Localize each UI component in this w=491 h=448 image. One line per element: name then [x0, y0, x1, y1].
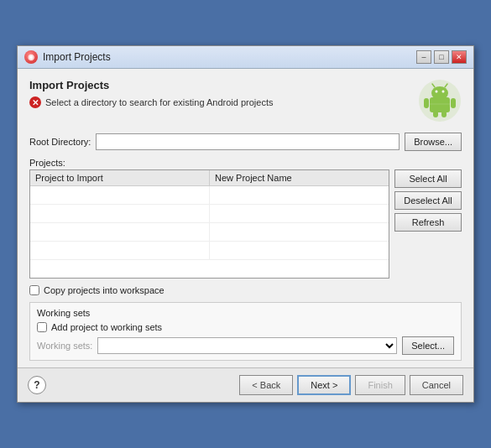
- add-to-working-sets-label: Add project to working sets: [51, 322, 162, 332]
- table-header: Project to Import New Project Name: [30, 170, 389, 186]
- col-project-import: Project to Import: [30, 170, 210, 185]
- svg-point-4: [442, 91, 445, 93]
- refresh-button[interactable]: Refresh: [394, 213, 462, 232]
- col-new-project-name: New Project Name: [210, 170, 389, 185]
- svg-rect-7: [424, 98, 429, 108]
- finish-button[interactable]: Finish: [355, 375, 405, 395]
- bottom-buttons: < Back Next > Finish Cancel: [239, 375, 463, 395]
- browse-button[interactable]: Browse...: [405, 133, 462, 151]
- error-row: ✕ Select a directory to search for exist…: [29, 96, 273, 108]
- maximize-button[interactable]: □: [434, 50, 449, 64]
- window-icon: ◉: [24, 50, 38, 64]
- close-button[interactable]: ✕: [452, 50, 467, 64]
- error-icon: ✕: [29, 96, 41, 108]
- table-row[interactable]: [30, 242, 389, 260]
- table-cell-import: [30, 242, 210, 259]
- root-directory-label: Root Directory:: [29, 137, 91, 147]
- root-directory-input[interactable]: [96, 133, 400, 150]
- working-sets-dropdown[interactable]: [97, 337, 397, 354]
- table-rows: [30, 186, 389, 270]
- dialog-header-left: Import Projects ✕ Select a directory to …: [29, 79, 273, 108]
- cancel-button[interactable]: Cancel: [410, 375, 463, 395]
- title-bar: ◉ Import Projects – □ ✕: [18, 46, 473, 69]
- working-sets-section: Working sets Add project to working sets…: [29, 302, 462, 361]
- working-sets-add-row: Add project to working sets: [37, 322, 454, 332]
- table-row[interactable]: [30, 186, 389, 205]
- working-sets-dropdown-row: Working sets: Select...: [37, 336, 454, 355]
- android-logo: [418, 79, 462, 122]
- working-sets-select-button[interactable]: Select...: [402, 336, 454, 355]
- projects-section: Projects: Project to Import New Project …: [29, 158, 462, 279]
- bottom-left: ?: [28, 376, 46, 394]
- table-cell-import: [30, 223, 210, 241]
- svg-point-3: [436, 91, 438, 93]
- error-message: Select a directory to search for existin…: [45, 97, 273, 107]
- deselect-all-button[interactable]: Deselect All: [394, 191, 462, 210]
- table-cell-name: [210, 242, 389, 259]
- bottom-bar: ? < Back Next > Finish Cancel: [18, 367, 473, 402]
- working-sets-field-label: Working sets:: [37, 341, 92, 351]
- svg-rect-9: [433, 111, 438, 117]
- table-cell-import: [30, 205, 210, 222]
- next-button[interactable]: Next >: [297, 375, 351, 395]
- add-to-working-sets-checkbox[interactable]: [37, 322, 47, 332]
- projects-table: Project to Import New Project Name: [29, 169, 389, 279]
- table-cell-name: [210, 223, 389, 241]
- table-cell-name: [210, 205, 389, 222]
- projects-label: Projects:: [29, 158, 462, 168]
- copy-checkbox-row: Copy projects into workspace: [29, 285, 462, 295]
- title-bar-left: ◉ Import Projects: [24, 50, 111, 64]
- back-button[interactable]: < Back: [239, 375, 293, 395]
- copy-projects-checkbox[interactable]: [29, 285, 39, 295]
- copy-projects-label: Copy projects into workspace: [44, 285, 165, 295]
- svg-point-2: [431, 86, 448, 100]
- import-projects-dialog: ◉ Import Projects – □ ✕ Import Projects …: [17, 45, 474, 403]
- root-directory-row: Root Directory: Browse...: [29, 133, 462, 151]
- window-title: Import Projects: [43, 51, 111, 63]
- dialog-header: Import Projects ✕ Select a directory to …: [29, 79, 462, 122]
- svg-rect-8: [451, 98, 456, 108]
- svg-rect-10: [441, 111, 447, 117]
- table-row[interactable]: [30, 205, 389, 223]
- window-controls: – □ ✕: [416, 50, 467, 64]
- table-cell-name: [210, 186, 389, 204]
- projects-area: Project to Import New Project Name: [29, 169, 462, 279]
- working-sets-title: Working sets: [37, 308, 454, 318]
- projects-buttons: Select All Deselect All Refresh: [394, 169, 462, 279]
- select-all-button[interactable]: Select All: [394, 169, 462, 188]
- table-cell-import: [30, 186, 210, 204]
- minimize-button[interactable]: –: [416, 50, 431, 64]
- table-row[interactable]: [30, 223, 389, 242]
- dialog-title: Import Projects: [29, 79, 273, 91]
- help-button[interactable]: ?: [28, 376, 46, 394]
- dialog-body: Import Projects ✕ Select a directory to …: [18, 69, 473, 367]
